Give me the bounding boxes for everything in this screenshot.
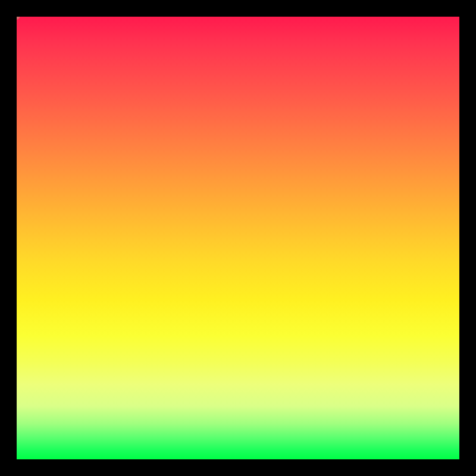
chart-frame (0, 0, 476, 476)
plot-area (17, 17, 459, 459)
highlight-point (17, 17, 20, 20)
curve-layer (17, 17, 459, 459)
